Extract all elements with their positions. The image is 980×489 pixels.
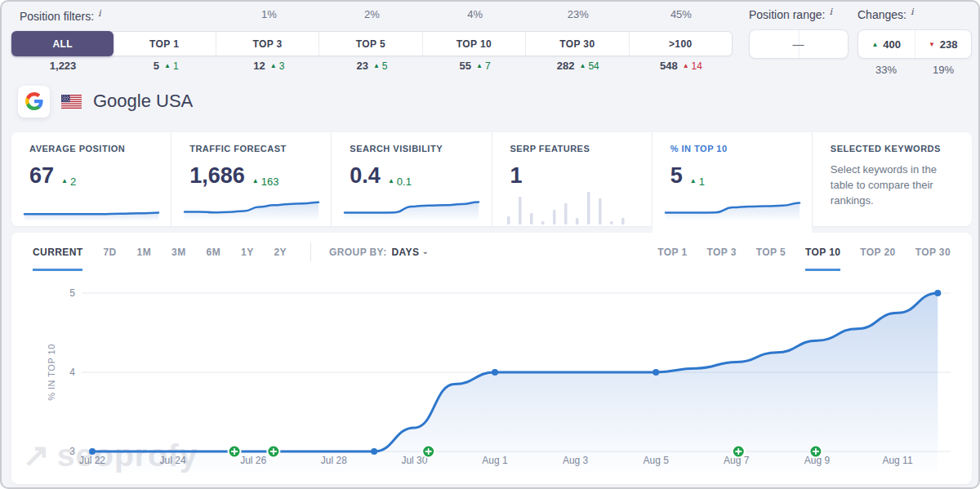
triangle-up-icon	[388, 178, 394, 184]
card-selected-keywords: SELECTED KEYWORDS Select keywords in the…	[812, 132, 972, 226]
card-label: SEARCH VISIBILITY	[350, 144, 474, 153]
card-serp-features[interactable]: SERP FEATURES 1	[492, 132, 652, 226]
changes-percent-row: 33% 19%	[858, 64, 972, 76]
card-value: 5	[670, 163, 683, 189]
card-traffic-forecast[interactable]: TRAFFIC FORECAST 1,686163	[171, 132, 331, 226]
percent-in-top10-chart[interactable]: 345% IN TOP 10Jul 22Jul 24Jul 26Jul 28Ju…	[11, 271, 972, 482]
card-label: SELECTED KEYWORDS	[831, 144, 956, 153]
data-point[interactable]	[653, 369, 659, 376]
time-tab-2y[interactable]: 2Y	[274, 233, 287, 271]
filter-percent: 4%	[424, 8, 527, 20]
changes-toggle: ▲400 ▼238	[858, 29, 972, 59]
position-range-to[interactable]	[800, 30, 849, 58]
info-icon[interactable]: i	[829, 7, 832, 17]
usa-flag-icon	[61, 95, 82, 109]
filter-tab-top1[interactable]: TOP 1	[113, 32, 215, 56]
time-tab-7d[interactable]: 7D	[103, 233, 116, 271]
card-label: SERP FEATURES	[510, 144, 635, 153]
top-tab-top10[interactable]: TOP 10	[805, 233, 840, 271]
count-delta: 14	[683, 60, 702, 72]
filter-count: 54814	[630, 60, 733, 72]
filter-tab-over100[interactable]: >100	[629, 32, 732, 56]
filter-count: 123	[217, 60, 320, 72]
filter-count: 28254	[527, 60, 630, 72]
changes-up-button[interactable]: ▲400	[858, 30, 915, 58]
changes-down-button[interactable]: ▼238	[915, 30, 972, 58]
triangle-up-icon	[61, 178, 68, 184]
filter-count-row: 1,223 51 123 235 557 28254 54814	[11, 60, 733, 72]
filter-tab-top10[interactable]: TOP 10	[422, 32, 525, 56]
triangle-up-icon	[270, 63, 277, 69]
card-search-visibility[interactable]: SEARCH VISIBILITY 0.40.1	[331, 132, 491, 226]
filter-tab-all[interactable]: ALL	[11, 31, 114, 56]
count-value: 23	[356, 60, 368, 72]
time-tab-3m[interactable]: 3M	[172, 233, 185, 271]
position-range-from[interactable]: —	[750, 30, 800, 58]
card-average-position[interactable]: AVERAGE POSITION 672	[11, 132, 171, 226]
card-label: TRAFFIC FORECAST	[189, 144, 314, 153]
group-by-label: GROUP BY:	[329, 247, 387, 258]
count-value: 55	[460, 60, 471, 72]
filter-percent: 2%	[320, 8, 423, 20]
filter-percent	[114, 8, 217, 20]
top-tab-top1[interactable]: TOP 1	[657, 233, 687, 271]
top-tab-top3[interactable]: TOP 3	[707, 233, 737, 271]
project-name: Google USA	[93, 91, 193, 112]
top-tab-top20[interactable]: TOP 20	[860, 233, 895, 271]
top-n-tabs: TOP 1 TOP 3 TOP 5 TOP 10 TOP 20 TOP 30	[638, 233, 951, 271]
changes-text: Changes:	[858, 8, 906, 21]
count-value: 5	[154, 60, 159, 72]
filter-count: 51	[114, 60, 217, 72]
count-delta: 1	[164, 60, 179, 72]
info-icon[interactable]: i	[911, 7, 914, 17]
position-range-label: Position range:i	[749, 8, 832, 21]
filter-count: 1,223	[11, 60, 114, 72]
summary-cards-row: AVERAGE POSITION 672 TRAFFIC FORECAST 1,…	[11, 132, 972, 226]
top-tab-top5[interactable]: TOP 5	[756, 233, 786, 271]
filter-percent: 45%	[630, 8, 733, 20]
count-delta: 5	[373, 60, 388, 72]
y-tick-label: 4	[69, 367, 75, 378]
filter-percent	[11, 8, 114, 20]
position-range-text: Position range:	[749, 8, 825, 21]
project-header: Google USA	[18, 83, 193, 119]
position-filter-tabs: ALL TOP 1 TOP 3 TOP 5 TOP 10 TOP 30 >100	[11, 31, 733, 56]
data-point[interactable]	[89, 448, 96, 455]
chart-toolbar: CURRENT 7D 1M 3M 6M 1Y 2Y GROUP BY: DAYS…	[11, 233, 972, 271]
data-point[interactable]	[934, 290, 941, 296]
data-point[interactable]	[371, 448, 377, 455]
y-tick-label: 3	[69, 446, 75, 457]
filter-percent: 23%	[527, 8, 630, 20]
count-value: 548	[660, 60, 678, 72]
top-tab-top30[interactable]: TOP 30	[915, 233, 951, 271]
time-tab-current[interactable]: CURRENT	[33, 233, 82, 271]
triangle-up-icon	[252, 178, 259, 184]
count-value: 282	[557, 60, 575, 72]
position-range-input[interactable]: —	[749, 29, 849, 59]
changes-down-percent: 19%	[915, 64, 972, 76]
filter-tab-top5[interactable]: TOP 5	[318, 32, 421, 56]
sparkline-chart	[21, 193, 162, 221]
data-point[interactable]	[492, 369, 498, 376]
google-g-icon	[25, 92, 43, 110]
bars-sparkline-chart	[501, 184, 641, 224]
filter-tab-top3[interactable]: TOP 3	[216, 32, 318, 56]
filter-tab-top30[interactable]: TOP 30	[525, 32, 628, 56]
filter-count: 557	[424, 60, 527, 72]
count-value: 12	[253, 60, 265, 72]
filter-percent: 1%	[217, 8, 320, 20]
triangle-up-icon	[476, 63, 483, 69]
group-by-dropdown[interactable]: GROUP BY: DAYS ⌄	[329, 233, 429, 271]
triangle-up-icon	[690, 178, 697, 184]
card-label: AVERAGE POSITION	[29, 144, 154, 153]
count-delta: 3	[270, 60, 285, 72]
time-tab-1y[interactable]: 1Y	[241, 233, 253, 271]
time-tab-1m[interactable]: 1M	[137, 233, 151, 271]
filter-count: 235	[320, 60, 423, 72]
chart-panel: CURRENT 7D 1M 3M 6M 1Y 2Y GROUP BY: DAYS…	[11, 233, 972, 484]
time-tab-6m[interactable]: 6M	[207, 233, 220, 271]
changes-up-percent: 33%	[858, 64, 915, 76]
count-delta: 54	[579, 60, 599, 72]
card-percent-in-top10[interactable]: % IN TOP 10 51	[652, 132, 812, 226]
triangle-up-icon	[373, 63, 380, 69]
